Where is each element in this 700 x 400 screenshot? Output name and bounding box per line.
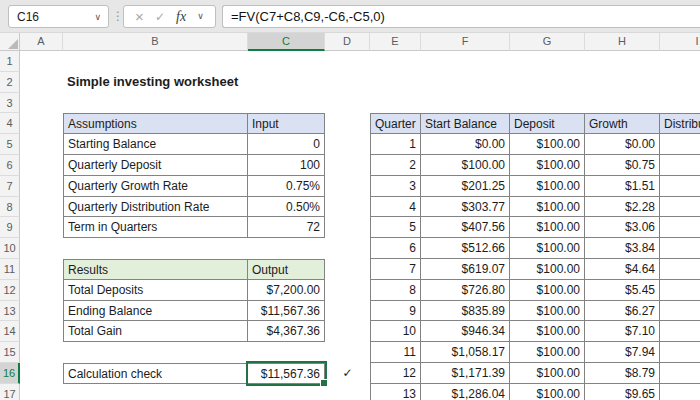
quarterly-table-cell-F7[interactable]: $201.25 (421, 176, 510, 197)
quarterly-table-cell-H11[interactable]: $4.64 (585, 259, 660, 280)
row-header-11[interactable]: 11 (0, 259, 20, 280)
assumptions-table-cell-B7[interactable]: Quarterly Growth Rate (63, 176, 248, 197)
quarterly-table-cell-H10[interactable]: $3.84 (585, 238, 660, 259)
row-header-17[interactable]: 17 (0, 384, 20, 400)
quarterly-table-cell-I16[interactable] (660, 363, 700, 384)
quarterly-table-cell-G14[interactable]: $100.00 (510, 321, 585, 342)
quarterly-table-cell-E16[interactable]: 12 (370, 363, 421, 384)
quarterly-table-cell-H8[interactable]: $2.28 (585, 197, 660, 218)
quarterly-table-cell-H16[interactable]: $8.79 (585, 363, 660, 384)
quarterly-table-cell-I7[interactable] (660, 176, 700, 197)
quarterly-table-cell-F16[interactable]: $1,171.39 (421, 363, 510, 384)
quarterly-table-cell-G12[interactable]: $100.00 (510, 280, 585, 301)
quarterly-table-cell-E10[interactable]: 6 (370, 238, 421, 259)
quarterly-table-cell-F9[interactable]: $407.56 (421, 217, 510, 238)
quarterly-table-cell-G17[interactable]: $100.00 (510, 384, 585, 400)
row-header-7[interactable]: 7 (0, 176, 20, 197)
function-dropdown-icon[interactable]: ∨ (197, 12, 204, 21)
formula-input[interactable]: =FV(C7+C8,C9,-C6,-C5,0) (222, 5, 700, 28)
quarterly-table-cell-E8[interactable]: 4 (370, 197, 421, 218)
assumptions-table-cell-C7[interactable]: 0.75% (248, 176, 325, 197)
quarterly-table-cell-I6[interactable] (660, 155, 700, 176)
calculation-checkmark[interactable]: ✓ (325, 363, 370, 384)
assumptions-table-header-C4[interactable]: Input (248, 113, 325, 134)
results-table-cell-B12[interactable]: Total Deposits (63, 280, 248, 301)
column-header-H[interactable]: H (585, 33, 660, 51)
select-all-button[interactable] (0, 33, 20, 51)
quarterly-table-cell-I11[interactable] (660, 259, 700, 280)
quarterly-table-cell-H14[interactable]: $7.10 (585, 321, 660, 342)
quarterly-table-cell-H12[interactable]: $5.45 (585, 280, 660, 301)
quarterly-table-cell-H15[interactable]: $7.94 (585, 342, 660, 363)
row-header-12[interactable]: 12 (0, 280, 20, 301)
results-table-header-B11[interactable]: Results (63, 259, 248, 280)
assumptions-table-cell-C5[interactable]: 0 (248, 134, 325, 155)
quarterly-table-cell-E17[interactable]: 13 (370, 384, 421, 400)
quarterly-table-header-I4[interactable]: Distribution (660, 113, 700, 134)
assumptions-table-cell-C9[interactable]: 72 (248, 217, 325, 238)
quarterly-table-cell-F15[interactable]: $1,058.17 (421, 342, 510, 363)
quarterly-table-cell-G11[interactable]: $100.00 (510, 259, 585, 280)
cancel-icon[interactable]: × (135, 9, 144, 24)
column-header-D[interactable]: D (325, 33, 370, 51)
row-header-14[interactable]: 14 (0, 321, 20, 342)
quarterly-table-cell-E5[interactable]: 1 (370, 134, 421, 155)
quarterly-table-cell-F5[interactable]: $0.00 (421, 134, 510, 155)
quarterly-table-cell-F6[interactable]: $100.00 (421, 155, 510, 176)
quarterly-table-cell-I14[interactable] (660, 321, 700, 342)
column-header-B[interactable]: B (63, 33, 248, 51)
quarterly-table-cell-F13[interactable]: $835.89 (421, 301, 510, 322)
row-header-6[interactable]: 6 (0, 155, 20, 176)
column-header-C[interactable]: C (248, 33, 325, 51)
quarterly-table-cell-G16[interactable]: $100.00 (510, 363, 585, 384)
quarterly-table-cell-I9[interactable] (660, 217, 700, 238)
quarterly-table-cell-E6[interactable]: 2 (370, 155, 421, 176)
quarterly-table-cell-F10[interactable]: $512.66 (421, 238, 510, 259)
quarterly-table-cell-E9[interactable]: 5 (370, 217, 421, 238)
column-header-G[interactable]: G (510, 33, 585, 51)
quarterly-table-cell-G8[interactable]: $100.00 (510, 197, 585, 218)
quarterly-table-cell-I8[interactable] (660, 197, 700, 218)
quarterly-table-cell-F12[interactable]: $726.80 (421, 280, 510, 301)
quarterly-table-cell-H17[interactable]: $9.65 (585, 384, 660, 400)
quarterly-table-cell-F11[interactable]: $619.07 (421, 259, 510, 280)
quarterly-table-cell-G7[interactable]: $100.00 (510, 176, 585, 197)
column-header-F[interactable]: F (421, 33, 510, 51)
quarterly-table-cell-G6[interactable]: $100.00 (510, 155, 585, 176)
assumptions-table-cell-B6[interactable]: Quarterly Deposit (63, 155, 248, 176)
quarterly-table-cell-E13[interactable]: 9 (370, 301, 421, 322)
quarterly-table-cell-H9[interactable]: $3.06 (585, 217, 660, 238)
quarterly-table-cell-F8[interactable]: $303.77 (421, 197, 510, 218)
quarterly-table-cell-F17[interactable]: $1,286.04 (421, 384, 510, 400)
calculation-check-cell-B16[interactable]: Calculation check (63, 363, 248, 384)
quarterly-table-cell-H6[interactable]: $0.75 (585, 155, 660, 176)
calculation-check-cell-C16[interactable]: $11,567.36 (248, 363, 325, 384)
row-header-3[interactable]: 3 (0, 93, 20, 114)
quarterly-table-cell-E11[interactable]: 7 (370, 259, 421, 280)
quarterly-table-cell-G9[interactable]: $100.00 (510, 217, 585, 238)
quarterly-table-header-E4[interactable]: Quarter (370, 113, 421, 134)
assumptions-table-cell-B8[interactable]: Quarterly Distribution Rate (63, 197, 248, 218)
quarterly-table-cell-G13[interactable]: $100.00 (510, 301, 585, 322)
quarterly-table-header-F4[interactable]: Start Balance (421, 113, 510, 134)
results-table-cell-C13[interactable]: $11,567.36 (248, 301, 325, 322)
assumptions-table-cell-C8[interactable]: 0.50% (248, 197, 325, 218)
quarterly-table-cell-G15[interactable]: $100.00 (510, 342, 585, 363)
row-header-10[interactable]: 10 (0, 238, 20, 259)
row-header-5[interactable]: 5 (0, 134, 20, 155)
worksheet-title[interactable]: Simple investing worksheet (63, 72, 248, 93)
assumptions-table-cell-C6[interactable]: 100 (248, 155, 325, 176)
quarterly-table-cell-I17[interactable] (660, 384, 700, 400)
row-header-15[interactable]: 15 (0, 342, 20, 363)
assumptions-table-cell-B9[interactable]: Term in Quarters (63, 217, 248, 238)
quarterly-table-cell-I15[interactable] (660, 342, 700, 363)
row-header-4[interactable]: 4 (0, 113, 20, 134)
column-header-E[interactable]: E (370, 33, 421, 51)
quarterly-table-cell-E7[interactable]: 3 (370, 176, 421, 197)
name-box[interactable]: C16 ∨ (8, 5, 109, 28)
results-table-cell-C14[interactable]: $4,367.36 (248, 321, 325, 342)
name-box-dropdown-icon[interactable]: ∨ (94, 12, 108, 22)
assumptions-table-header-B4[interactable]: Assumptions (63, 113, 248, 134)
insert-function-icon[interactable]: fx (176, 10, 186, 24)
quarterly-table-cell-G5[interactable]: $100.00 (510, 134, 585, 155)
